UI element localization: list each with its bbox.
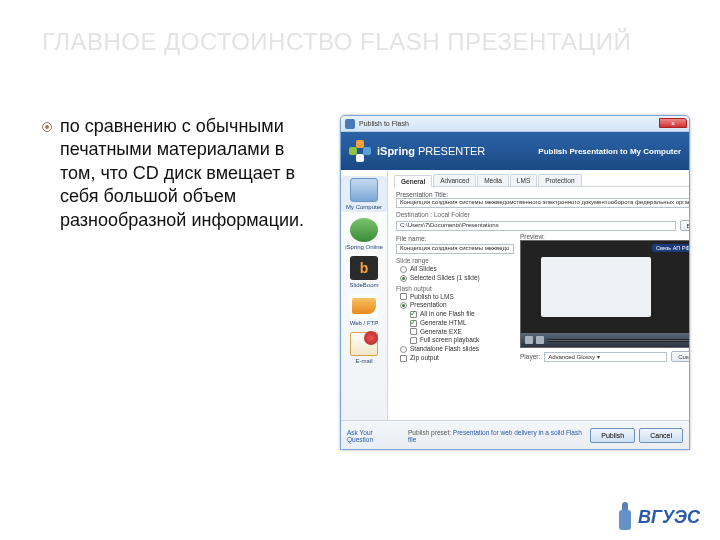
preview-slide-title: Связь АП РФ с ФОИВ xyxy=(652,244,690,252)
app-footer: Ask Your Question Publish preset: Presen… xyxy=(341,420,689,450)
customize-button[interactable]: Customize… xyxy=(671,351,690,362)
check-generate-html[interactable]: Generate HTML xyxy=(410,319,514,327)
folder-globe-icon xyxy=(350,294,378,318)
preview-slide-body xyxy=(541,257,651,317)
preview-player-controls xyxy=(521,333,690,347)
cancel-button[interactable]: Cancel xyxy=(639,428,683,443)
check-publish-lms[interactable]: Publish to LMS xyxy=(400,293,514,301)
sidebar-item-label: Web / FTP xyxy=(350,320,379,326)
radio-standalone[interactable]: Standalone Flash slides xyxy=(400,345,514,353)
check-zip[interactable]: Zip output xyxy=(400,354,514,362)
check-generate-exe[interactable]: Generate EXE xyxy=(410,328,514,336)
checkbox-icon xyxy=(410,328,417,335)
app-icon xyxy=(345,119,355,129)
sidebar-item-label: iSpring Online xyxy=(345,244,383,250)
prev-icon[interactable] xyxy=(536,336,544,344)
flash-output-heading: Flash output xyxy=(396,285,514,292)
app-banner: iSpring PRESENTER Publish Presentation t… xyxy=(341,132,689,170)
sidebar-item-email[interactable]: E-mail xyxy=(341,332,387,364)
slide-range-heading: Slide range xyxy=(396,257,514,264)
mail-icon xyxy=(350,332,378,356)
tab-advanced[interactable]: Advanced xyxy=(433,174,476,186)
bullet-text: по сравнению с обычными печатными матери… xyxy=(60,115,322,232)
preview-label: Preview: xyxy=(520,233,690,240)
tab-lms[interactable]: LMS xyxy=(510,174,537,186)
statue-icon xyxy=(616,502,634,532)
sidebar: My Computer iSpring Online b SlideBoom W… xyxy=(341,170,388,420)
radio-icon xyxy=(400,266,407,273)
tab-protection[interactable]: Protection xyxy=(538,174,581,186)
tab-row: General Advanced Media LMS Protection xyxy=(394,174,690,187)
publish-button[interactable]: Publish xyxy=(590,428,635,443)
progress-bar[interactable] xyxy=(547,339,690,342)
tab-media[interactable]: Media xyxy=(477,174,509,186)
checkbox-icon xyxy=(400,293,407,300)
check-fullscreen[interactable]: Full screen playback xyxy=(410,336,514,344)
window-title: Publish to Flash xyxy=(359,120,409,127)
sidebar-item-ispring-online[interactable]: iSpring Online xyxy=(341,218,387,250)
window-titlebar: Publish to Flash × xyxy=(341,116,689,132)
presentation-title-input[interactable]: Концепция создания системы межведомствен… xyxy=(396,198,690,208)
corner-logo: ВГУЭС xyxy=(616,502,700,532)
main-panel: General Advanced Media LMS Protection Pr… xyxy=(388,170,690,420)
sidebar-item-label: E-mail xyxy=(355,358,372,364)
player-label: Player: xyxy=(520,353,540,360)
slide-title: ГЛАВНОЕ ДОСТОИНСТВО FLASH ПРЕЗЕНТАЦИЙ xyxy=(42,28,642,56)
logo-text: ВГУЭС xyxy=(638,507,700,528)
check-all-in-one[interactable]: All in one Flash file xyxy=(410,310,514,318)
radio-selected-slides[interactable]: Selected Slides (1 slide) xyxy=(400,274,514,282)
player-select[interactable]: Advanced Glossy ▾ xyxy=(544,352,667,362)
sidebar-item-label: My Computer xyxy=(346,204,382,210)
slideboom-icon: b xyxy=(350,256,378,280)
sidebar-item-label: SlideBoom xyxy=(349,282,378,288)
radio-icon xyxy=(400,275,407,282)
banner-subtitle: Publish Presentation to My Computer xyxy=(538,147,681,156)
slide-body: по сравнению с обычными печатными матери… xyxy=(42,115,322,232)
globe-icon xyxy=(350,218,378,242)
sidebar-item-my-computer[interactable]: My Computer xyxy=(341,176,387,212)
destination-label: Destination : Local Folder xyxy=(396,211,690,218)
file-name-input[interactable]: Концепция создания системы межведо xyxy=(396,244,514,254)
radio-all-slides[interactable]: All Slides xyxy=(400,265,514,273)
bullet-icon xyxy=(42,122,52,132)
checkbox-icon xyxy=(410,337,417,344)
presentation-title-label: Presentation Title: xyxy=(396,191,690,198)
destination-path-input[interactable]: C:\Users\7\Documents\Presentations xyxy=(396,221,676,231)
preset-label: Publish preset: xyxy=(408,429,451,436)
tab-general[interactable]: General xyxy=(394,175,432,187)
ask-question-link[interactable]: Ask Your Question xyxy=(347,429,400,443)
browse-button[interactable]: Browse… xyxy=(680,220,690,231)
radio-icon xyxy=(400,302,407,309)
close-button[interactable]: × xyxy=(659,118,687,128)
brand-icon xyxy=(349,140,371,162)
checkbox-icon xyxy=(410,320,417,327)
preview-pane: Связь АП РФ с ФОИВ xyxy=(520,240,690,348)
checkbox-icon xyxy=(400,355,407,362)
brand-text: iSpring PRESENTER xyxy=(377,145,485,157)
play-icon[interactable] xyxy=(525,336,533,344)
computer-icon xyxy=(350,178,378,202)
sidebar-item-slideboom[interactable]: b SlideBoom xyxy=(341,256,387,288)
radio-icon xyxy=(400,346,407,353)
sidebar-item-web-ftp[interactable]: Web / FTP xyxy=(341,294,387,326)
radio-presentation[interactable]: Presentation xyxy=(400,301,514,309)
file-name-label: File name: xyxy=(396,235,426,242)
app-window: Publish to Flash × iSpring PRESENTER Pub… xyxy=(340,115,690,450)
